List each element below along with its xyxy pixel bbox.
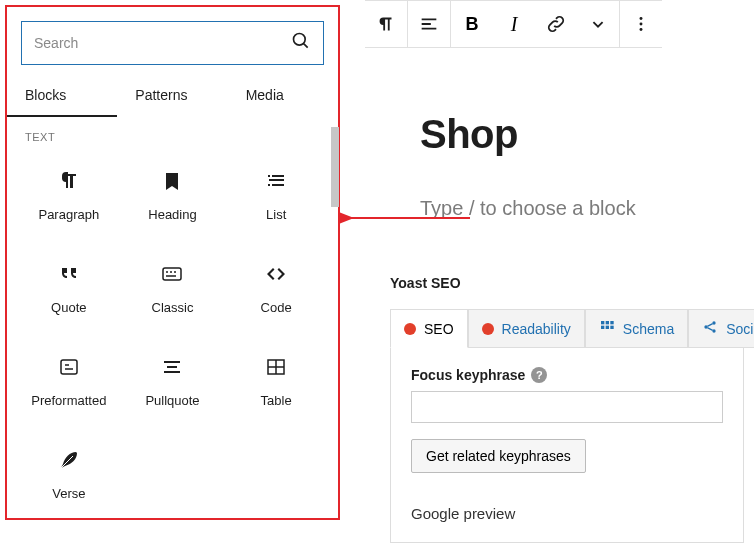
- tab-blocks[interactable]: Blocks: [7, 75, 117, 117]
- yoast-tab-seo[interactable]: SEO: [390, 309, 468, 348]
- block-table[interactable]: Table: [224, 337, 328, 414]
- table-icon: [264, 355, 288, 379]
- block-label: Paragraph: [38, 207, 99, 222]
- search-input[interactable]: [34, 35, 291, 51]
- svg-rect-1: [61, 360, 77, 374]
- block-label: Code: [261, 300, 292, 315]
- block-code[interactable]: Code: [224, 244, 328, 321]
- svg-rect-11: [606, 326, 609, 329]
- yoast-metabox: Yoast SEO SEO Readability Schema Social …: [390, 275, 744, 543]
- list-icon: [264, 169, 288, 193]
- link-tool[interactable]: [535, 1, 577, 47]
- bold-tool[interactable]: B: [451, 1, 493, 47]
- block-grid: Paragraph Heading List Quote Classic Cod…: [7, 151, 338, 507]
- svg-rect-0: [163, 268, 181, 280]
- tab-media[interactable]: Media: [228, 75, 338, 117]
- more-tool[interactable]: [620, 1, 662, 47]
- block-preformatted[interactable]: Preformatted: [17, 337, 121, 414]
- yoast-body: Focus keyphrase? Get related keyphrases …: [390, 347, 744, 543]
- yoast-tab-social[interactable]: Social: [688, 309, 754, 348]
- svg-rect-10: [601, 326, 604, 329]
- chevron-down-icon[interactable]: [577, 1, 619, 47]
- block-label: Quote: [51, 300, 86, 315]
- preformatted-icon: [57, 355, 81, 379]
- block-placeholder[interactable]: Type / to choose a block: [420, 197, 754, 220]
- align-tool[interactable]: [408, 1, 450, 47]
- block-verse[interactable]: Verse: [17, 430, 121, 507]
- tab-label: Readability: [502, 321, 571, 337]
- paragraph-icon: [57, 169, 81, 193]
- inserter-tabs: Blocks Patterns Media: [7, 75, 338, 117]
- bookmark-icon: [160, 169, 184, 193]
- italic-tool[interactable]: I: [493, 1, 535, 47]
- svg-rect-9: [610, 321, 613, 324]
- scrollbar[interactable]: [331, 127, 339, 207]
- search-icon: [291, 31, 311, 55]
- block-inserter-panel: Blocks Patterns Media TEXT Paragraph Hea…: [5, 5, 340, 520]
- search-box[interactable]: [21, 21, 324, 65]
- block-paragraph[interactable]: Paragraph: [17, 151, 121, 228]
- page-title[interactable]: Shop: [420, 112, 754, 157]
- tab-label: SEO: [424, 321, 454, 337]
- yoast-title: Yoast SEO: [390, 275, 744, 291]
- block-label: List: [266, 207, 286, 222]
- yoast-tab-readability[interactable]: Readability: [468, 309, 585, 348]
- google-preview-label: Google preview: [411, 505, 723, 522]
- block-pullquote[interactable]: Pullquote: [121, 337, 225, 414]
- svg-point-3: [640, 17, 643, 20]
- svg-rect-8: [606, 321, 609, 324]
- tab-label: Social: [726, 321, 754, 337]
- quote-icon: [57, 262, 81, 286]
- status-dot: [404, 323, 416, 335]
- grid-icon: [599, 319, 615, 338]
- yoast-tabs: SEO Readability Schema Social: [390, 309, 744, 348]
- focus-keyphrase-label: Focus keyphrase: [411, 367, 525, 383]
- block-classic[interactable]: Classic: [121, 244, 225, 321]
- block-list[interactable]: List: [224, 151, 328, 228]
- yoast-tab-schema[interactable]: Schema: [585, 309, 688, 348]
- help-icon[interactable]: ?: [531, 367, 547, 383]
- share-icon: [702, 319, 718, 338]
- svg-rect-7: [601, 321, 604, 324]
- focus-keyphrase-input[interactable]: [411, 391, 723, 423]
- block-label: Heading: [148, 207, 196, 222]
- code-icon: [264, 262, 288, 286]
- block-label: Table: [261, 393, 292, 408]
- svg-point-5: [640, 28, 643, 31]
- category-label: TEXT: [7, 117, 338, 151]
- editor-canvas: Shop Type / to choose a block: [365, 48, 754, 220]
- keyboard-icon: [160, 262, 184, 286]
- tab-patterns[interactable]: Patterns: [117, 75, 227, 117]
- block-label: Preformatted: [31, 393, 106, 408]
- svg-point-4: [640, 23, 643, 26]
- pullquote-icon: [160, 355, 184, 379]
- block-heading[interactable]: Heading: [121, 151, 225, 228]
- status-dot: [482, 323, 494, 335]
- block-label: Verse: [52, 486, 85, 501]
- get-related-keyphrases-button[interactable]: Get related keyphrases: [411, 439, 586, 473]
- block-toolbar: B I: [365, 0, 662, 48]
- block-label: Classic: [152, 300, 194, 315]
- paragraph-tool[interactable]: [365, 1, 407, 47]
- svg-rect-12: [610, 326, 613, 329]
- block-label: Pullquote: [145, 393, 199, 408]
- block-quote[interactable]: Quote: [17, 244, 121, 321]
- feather-icon: [57, 448, 81, 472]
- tab-label: Schema: [623, 321, 674, 337]
